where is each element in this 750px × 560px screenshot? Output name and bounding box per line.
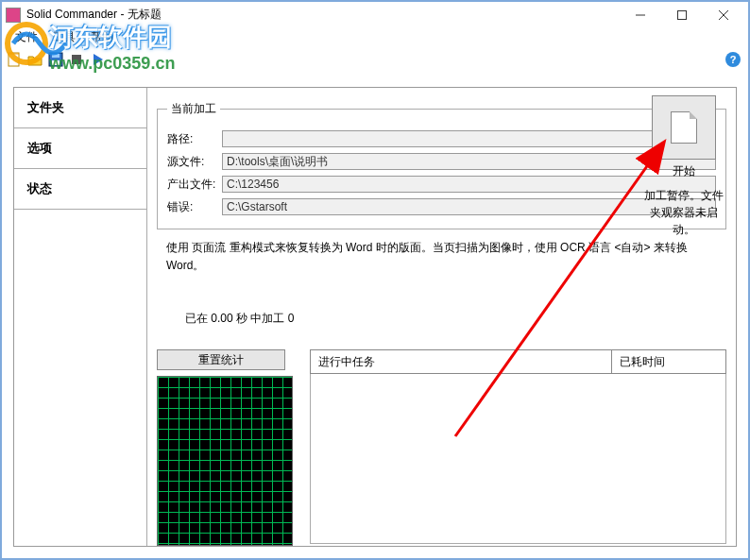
description-text: 使用 页面流 重构模式来恢复转换为 Word 时的版面。当页扫描为图像时，使用 …: [166, 239, 717, 275]
sidebar-tab-status[interactable]: 状态: [14, 169, 146, 210]
play-icon[interactable]: [89, 51, 106, 68]
sidebar: 文件夹 选项 状态: [14, 88, 146, 546]
menu-file[interactable]: 文件: [8, 27, 45, 47]
output-label: 产出文件:: [167, 177, 222, 193]
content-area: 文件夹 选项 状态 当前加工 路径: 源文件:: [13, 87, 737, 547]
new-icon[interactable]: [6, 51, 23, 68]
toolbar: ?: [2, 47, 748, 72]
window-title: Solid Commander - 无标题: [26, 7, 162, 23]
svg-rect-8: [52, 54, 60, 58]
stop-icon[interactable]: [68, 51, 85, 68]
start-button[interactable]: [652, 95, 716, 160]
stats-line: 已在 0.00 秒 中加工 0: [185, 311, 726, 327]
sidebar-tab-options[interactable]: 选项: [14, 128, 146, 169]
minimize-button[interactable]: [620, 3, 661, 26]
task-header: 进行中任务 已耗时间: [310, 349, 726, 374]
menu-help[interactable]: 帮助: [83, 27, 121, 47]
menubar: 文件 工具 帮助: [2, 27, 748, 47]
svg-rect-9: [72, 55, 81, 64]
processing-group-title: 当前加工: [167, 101, 220, 117]
reset-stats-button[interactable]: 重置统计: [157, 349, 285, 370]
close-button[interactable]: [703, 3, 744, 26]
open-icon[interactable]: [26, 51, 43, 68]
path-label: 路径:: [167, 131, 222, 147]
page-icon: [671, 111, 697, 144]
maximize-button[interactable]: [661, 3, 703, 26]
help-icon[interactable]: ?: [725, 52, 741, 67]
sidebar-tab-folder[interactable]: 文件夹: [14, 88, 146, 128]
start-button-label: 开始: [641, 163, 726, 179]
main-panel: 当前加工 路径: 源文件: 产出文件:: [146, 88, 736, 546]
task-list-body: [310, 374, 726, 544]
activity-chart: [157, 376, 293, 546]
svg-rect-4: [9, 53, 19, 66]
svg-rect-1: [678, 10, 687, 19]
app-icon: [6, 8, 21, 23]
svg-rect-7: [52, 60, 60, 65]
titlebar: Solid Commander - 无标题: [2, 2, 748, 27]
col-elapsed-header: 已耗时间: [612, 350, 725, 373]
start-panel: 开始 加工暂停。文件夹观察器未启动。: [641, 95, 726, 240]
error-label: 错误:: [167, 199, 222, 215]
save-icon[interactable]: [47, 51, 64, 68]
source-label: 源文件:: [167, 154, 222, 170]
menu-tools[interactable]: 工具: [45, 27, 83, 47]
col-running-header: 进行中任务: [311, 350, 612, 373]
start-status: 加工暂停。文件夹观察器未启动。: [641, 185, 726, 240]
svg-marker-10: [94, 54, 103, 65]
